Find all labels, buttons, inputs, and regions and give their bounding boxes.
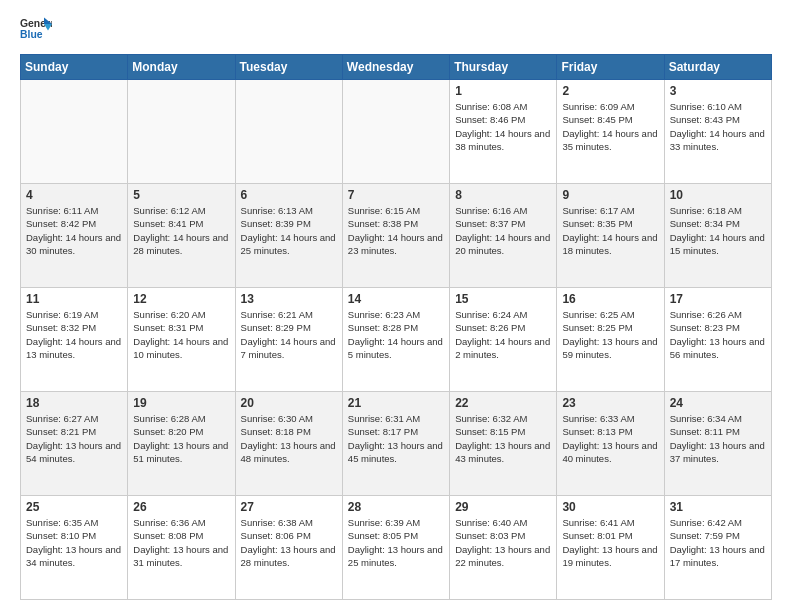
day-info: Sunrise: 6:15 AMSunset: 8:38 PMDaylight:… bbox=[348, 204, 444, 257]
day-info: Sunrise: 6:35 AMSunset: 8:10 PMDaylight:… bbox=[26, 516, 122, 569]
svg-text:Blue: Blue bbox=[20, 29, 43, 40]
day-info: Sunrise: 6:39 AMSunset: 8:05 PMDaylight:… bbox=[348, 516, 444, 569]
day-cell: 27 Sunrise: 6:38 AMSunset: 8:06 PMDaylig… bbox=[235, 496, 342, 600]
day-cell: 8 Sunrise: 6:16 AMSunset: 8:37 PMDayligh… bbox=[450, 184, 557, 288]
week-row-1: 1 Sunrise: 6:08 AMSunset: 8:46 PMDayligh… bbox=[21, 80, 772, 184]
day-number: 17 bbox=[670, 292, 766, 306]
day-cell: 22 Sunrise: 6:32 AMSunset: 8:15 PMDaylig… bbox=[450, 392, 557, 496]
day-info: Sunrise: 6:42 AMSunset: 7:59 PMDaylight:… bbox=[670, 516, 766, 569]
page: General Blue SundayMondayTuesdayWednesda… bbox=[0, 0, 792, 612]
week-row-2: 4 Sunrise: 6:11 AMSunset: 8:42 PMDayligh… bbox=[21, 184, 772, 288]
day-info: Sunrise: 6:40 AMSunset: 8:03 PMDaylight:… bbox=[455, 516, 551, 569]
logo: General Blue bbox=[20, 16, 52, 44]
day-info: Sunrise: 6:25 AMSunset: 8:25 PMDaylight:… bbox=[562, 308, 658, 361]
day-info: Sunrise: 6:23 AMSunset: 8:28 PMDaylight:… bbox=[348, 308, 444, 361]
day-info: Sunrise: 6:26 AMSunset: 8:23 PMDaylight:… bbox=[670, 308, 766, 361]
day-info: Sunrise: 6:34 AMSunset: 8:11 PMDaylight:… bbox=[670, 412, 766, 465]
weekday-monday: Monday bbox=[128, 55, 235, 80]
day-info: Sunrise: 6:20 AMSunset: 8:31 PMDaylight:… bbox=[133, 308, 229, 361]
day-cell: 11 Sunrise: 6:19 AMSunset: 8:32 PMDaylig… bbox=[21, 288, 128, 392]
day-number: 26 bbox=[133, 500, 229, 514]
week-row-3: 11 Sunrise: 6:19 AMSunset: 8:32 PMDaylig… bbox=[21, 288, 772, 392]
day-cell: 10 Sunrise: 6:18 AMSunset: 8:34 PMDaylig… bbox=[664, 184, 771, 288]
day-cell: 17 Sunrise: 6:26 AMSunset: 8:23 PMDaylig… bbox=[664, 288, 771, 392]
day-number: 30 bbox=[562, 500, 658, 514]
day-cell bbox=[21, 80, 128, 184]
weekday-thursday: Thursday bbox=[450, 55, 557, 80]
day-number: 1 bbox=[455, 84, 551, 98]
day-info: Sunrise: 6:18 AMSunset: 8:34 PMDaylight:… bbox=[670, 204, 766, 257]
week-row-5: 25 Sunrise: 6:35 AMSunset: 8:10 PMDaylig… bbox=[21, 496, 772, 600]
day-number: 16 bbox=[562, 292, 658, 306]
day-cell: 15 Sunrise: 6:24 AMSunset: 8:26 PMDaylig… bbox=[450, 288, 557, 392]
day-info: Sunrise: 6:11 AMSunset: 8:42 PMDaylight:… bbox=[26, 204, 122, 257]
day-number: 7 bbox=[348, 188, 444, 202]
day-number: 3 bbox=[670, 84, 766, 98]
day-number: 13 bbox=[241, 292, 337, 306]
day-info: Sunrise: 6:38 AMSunset: 8:06 PMDaylight:… bbox=[241, 516, 337, 569]
day-cell: 19 Sunrise: 6:28 AMSunset: 8:20 PMDaylig… bbox=[128, 392, 235, 496]
day-cell: 25 Sunrise: 6:35 AMSunset: 8:10 PMDaylig… bbox=[21, 496, 128, 600]
day-number: 20 bbox=[241, 396, 337, 410]
day-info: Sunrise: 6:08 AMSunset: 8:46 PMDaylight:… bbox=[455, 100, 551, 153]
day-cell bbox=[342, 80, 449, 184]
day-cell: 4 Sunrise: 6:11 AMSunset: 8:42 PMDayligh… bbox=[21, 184, 128, 288]
day-cell: 28 Sunrise: 6:39 AMSunset: 8:05 PMDaylig… bbox=[342, 496, 449, 600]
day-cell: 31 Sunrise: 6:42 AMSunset: 7:59 PMDaylig… bbox=[664, 496, 771, 600]
day-cell: 18 Sunrise: 6:27 AMSunset: 8:21 PMDaylig… bbox=[21, 392, 128, 496]
day-number: 31 bbox=[670, 500, 766, 514]
day-cell bbox=[128, 80, 235, 184]
day-cell: 3 Sunrise: 6:10 AMSunset: 8:43 PMDayligh… bbox=[664, 80, 771, 184]
day-info: Sunrise: 6:33 AMSunset: 8:13 PMDaylight:… bbox=[562, 412, 658, 465]
day-cell: 20 Sunrise: 6:30 AMSunset: 8:18 PMDaylig… bbox=[235, 392, 342, 496]
day-cell: 29 Sunrise: 6:40 AMSunset: 8:03 PMDaylig… bbox=[450, 496, 557, 600]
day-cell: 26 Sunrise: 6:36 AMSunset: 8:08 PMDaylig… bbox=[128, 496, 235, 600]
day-info: Sunrise: 6:13 AMSunset: 8:39 PMDaylight:… bbox=[241, 204, 337, 257]
day-cell: 21 Sunrise: 6:31 AMSunset: 8:17 PMDaylig… bbox=[342, 392, 449, 496]
day-number: 14 bbox=[348, 292, 444, 306]
day-number: 5 bbox=[133, 188, 229, 202]
day-info: Sunrise: 6:16 AMSunset: 8:37 PMDaylight:… bbox=[455, 204, 551, 257]
weekday-friday: Friday bbox=[557, 55, 664, 80]
day-info: Sunrise: 6:28 AMSunset: 8:20 PMDaylight:… bbox=[133, 412, 229, 465]
day-number: 27 bbox=[241, 500, 337, 514]
day-number: 15 bbox=[455, 292, 551, 306]
day-info: Sunrise: 6:36 AMSunset: 8:08 PMDaylight:… bbox=[133, 516, 229, 569]
day-number: 19 bbox=[133, 396, 229, 410]
day-info: Sunrise: 6:30 AMSunset: 8:18 PMDaylight:… bbox=[241, 412, 337, 465]
weekday-header-row: SundayMondayTuesdayWednesdayThursdayFrid… bbox=[21, 55, 772, 80]
day-number: 10 bbox=[670, 188, 766, 202]
day-number: 12 bbox=[133, 292, 229, 306]
calendar-table: SundayMondayTuesdayWednesdayThursdayFrid… bbox=[20, 54, 772, 600]
day-cell: 13 Sunrise: 6:21 AMSunset: 8:29 PMDaylig… bbox=[235, 288, 342, 392]
weekday-saturday: Saturday bbox=[664, 55, 771, 80]
header: General Blue bbox=[20, 16, 772, 44]
day-number: 22 bbox=[455, 396, 551, 410]
day-cell: 14 Sunrise: 6:23 AMSunset: 8:28 PMDaylig… bbox=[342, 288, 449, 392]
day-number: 24 bbox=[670, 396, 766, 410]
day-number: 29 bbox=[455, 500, 551, 514]
day-info: Sunrise: 6:21 AMSunset: 8:29 PMDaylight:… bbox=[241, 308, 337, 361]
day-number: 2 bbox=[562, 84, 658, 98]
day-cell bbox=[235, 80, 342, 184]
day-number: 11 bbox=[26, 292, 122, 306]
day-number: 21 bbox=[348, 396, 444, 410]
day-info: Sunrise: 6:41 AMSunset: 8:01 PMDaylight:… bbox=[562, 516, 658, 569]
day-cell: 2 Sunrise: 6:09 AMSunset: 8:45 PMDayligh… bbox=[557, 80, 664, 184]
day-cell: 7 Sunrise: 6:15 AMSunset: 8:38 PMDayligh… bbox=[342, 184, 449, 288]
day-number: 6 bbox=[241, 188, 337, 202]
logo-icon: General Blue bbox=[20, 16, 52, 44]
day-cell: 23 Sunrise: 6:33 AMSunset: 8:13 PMDaylig… bbox=[557, 392, 664, 496]
day-info: Sunrise: 6:10 AMSunset: 8:43 PMDaylight:… bbox=[670, 100, 766, 153]
day-cell: 9 Sunrise: 6:17 AMSunset: 8:35 PMDayligh… bbox=[557, 184, 664, 288]
day-cell: 1 Sunrise: 6:08 AMSunset: 8:46 PMDayligh… bbox=[450, 80, 557, 184]
day-cell: 30 Sunrise: 6:41 AMSunset: 8:01 PMDaylig… bbox=[557, 496, 664, 600]
day-cell: 6 Sunrise: 6:13 AMSunset: 8:39 PMDayligh… bbox=[235, 184, 342, 288]
day-number: 25 bbox=[26, 500, 122, 514]
day-cell: 12 Sunrise: 6:20 AMSunset: 8:31 PMDaylig… bbox=[128, 288, 235, 392]
day-info: Sunrise: 6:31 AMSunset: 8:17 PMDaylight:… bbox=[348, 412, 444, 465]
day-number: 8 bbox=[455, 188, 551, 202]
day-cell: 16 Sunrise: 6:25 AMSunset: 8:25 PMDaylig… bbox=[557, 288, 664, 392]
day-cell: 5 Sunrise: 6:12 AMSunset: 8:41 PMDayligh… bbox=[128, 184, 235, 288]
day-info: Sunrise: 6:17 AMSunset: 8:35 PMDaylight:… bbox=[562, 204, 658, 257]
